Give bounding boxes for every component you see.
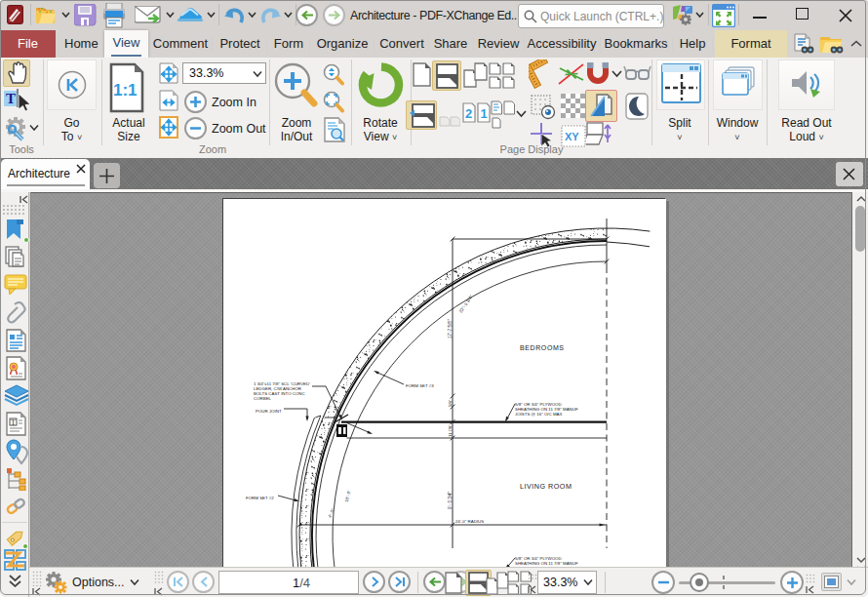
svg-text:FORM SET #3: FORM SET #3: [406, 383, 434, 388]
svg-text:LIVING ROOM: LIVING ROOM: [520, 482, 572, 491]
svg-text:T: T: [6, 91, 16, 106]
svg-text:SHEATHING ON 11 7/8" MANUF: SHEATHING ON 11 7/8" MANUF: [515, 561, 578, 566]
svg-text:XY: XY: [565, 131, 579, 142]
svg-text:2: 2: [465, 106, 472, 121]
svg-text:9’- 0 3/4": 9’- 0 3/4": [448, 491, 453, 509]
svg-text:5/8": 5/8": [448, 399, 453, 407]
svg-text:BEDROOMS: BEDROOMS: [520, 344, 565, 351]
svg-text:CORBEL: CORBEL: [254, 396, 272, 401]
svg-text:16’-0" RADIUS: 16’-0" RADIUS: [455, 519, 484, 524]
svg-text:1:1: 1:1: [113, 81, 138, 100]
svg-text:JOISTS @ 16" O/C MAX: JOISTS @ 16" O/C MAX: [515, 412, 563, 417]
svg-text:FORM SET #2: FORM SET #2: [246, 496, 274, 500]
svg-text:17’-7 5/8": 17’-7 5/8": [448, 319, 453, 338]
svg-text:1: 1: [481, 106, 488, 121]
svg-text:POUR JOINT: POUR JOINT: [256, 409, 282, 414]
svg-text:T: T: [11, 418, 16, 427]
svg-text:11 7/8": 11 7/8": [448, 424, 453, 437]
